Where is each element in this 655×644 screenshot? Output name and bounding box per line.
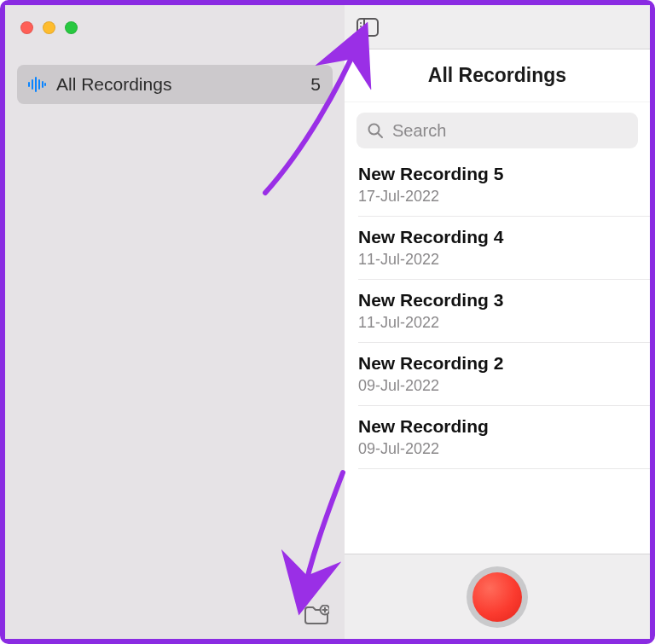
- svg-point-13: [360, 29, 362, 31]
- new-folder-button[interactable]: [304, 605, 329, 627]
- recording-item[interactable]: New Recording 311-Jul-2022: [345, 280, 650, 342]
- recording-date: 17-Jul-2022: [358, 188, 650, 206]
- search-input[interactable]: [392, 121, 628, 141]
- svg-rect-9: [357, 19, 378, 36]
- sidebar-item-count: 5: [310, 74, 321, 95]
- recording-date: 09-Jul-2022: [358, 440, 650, 458]
- folder-list: All Recordings 5: [5, 49, 345, 104]
- recording-name: New Recording 3: [358, 290, 650, 310]
- main-panel: All Recordings New Recording 517-Jul-202…: [345, 5, 650, 639]
- recording-item[interactable]: New Recording09-Jul-2022: [345, 406, 650, 468]
- recording-item[interactable]: New Recording 411-Jul-2022: [345, 217, 650, 279]
- record-bar: [345, 554, 650, 639]
- toggle-sidebar-button[interactable]: [356, 18, 379, 37]
- recording-name: New Recording 2: [358, 353, 650, 374]
- sidebar: All Recordings 5: [5, 5, 345, 639]
- record-icon: [472, 572, 522, 622]
- recording-date: 11-Jul-2022: [358, 251, 650, 269]
- recording-name: New Recording 4: [358, 227, 650, 247]
- sidebar-item-label: All Recordings: [56, 74, 310, 95]
- minimize-window-button[interactable]: [43, 21, 55, 34]
- recording-name: New Recording 5: [358, 164, 650, 184]
- svg-line-15: [378, 133, 382, 137]
- svg-point-11: [360, 22, 362, 24]
- search-icon: [367, 122, 384, 139]
- list-separator: [358, 468, 650, 469]
- recording-date: 09-Jul-2022: [358, 377, 650, 395]
- close-window-button[interactable]: [20, 21, 33, 34]
- waveform-icon: [27, 75, 46, 94]
- zoom-window-button[interactable]: [65, 21, 78, 34]
- record-button[interactable]: [467, 566, 528, 628]
- recording-item[interactable]: New Recording 209-Jul-2022: [345, 343, 650, 405]
- window-titlebar: [5, 5, 345, 49]
- recording-item[interactable]: New Recording 517-Jul-2022: [345, 154, 650, 216]
- svg-point-12: [360, 26, 362, 27]
- recording-date: 11-Jul-2022: [358, 314, 650, 332]
- toolbar: [345, 5, 650, 49]
- page-title: All Recordings: [428, 64, 566, 87]
- recording-name: New Recording: [358, 416, 650, 437]
- search-field[interactable]: [356, 113, 638, 148]
- sidebar-item-all-recordings[interactable]: All Recordings 5: [17, 65, 333, 104]
- page-header: All Recordings: [345, 49, 650, 102]
- voice-memos-window: All Recordings 5: [0, 0, 655, 644]
- recordings-list: New Recording 517-Jul-2022New Recording …: [345, 154, 650, 554]
